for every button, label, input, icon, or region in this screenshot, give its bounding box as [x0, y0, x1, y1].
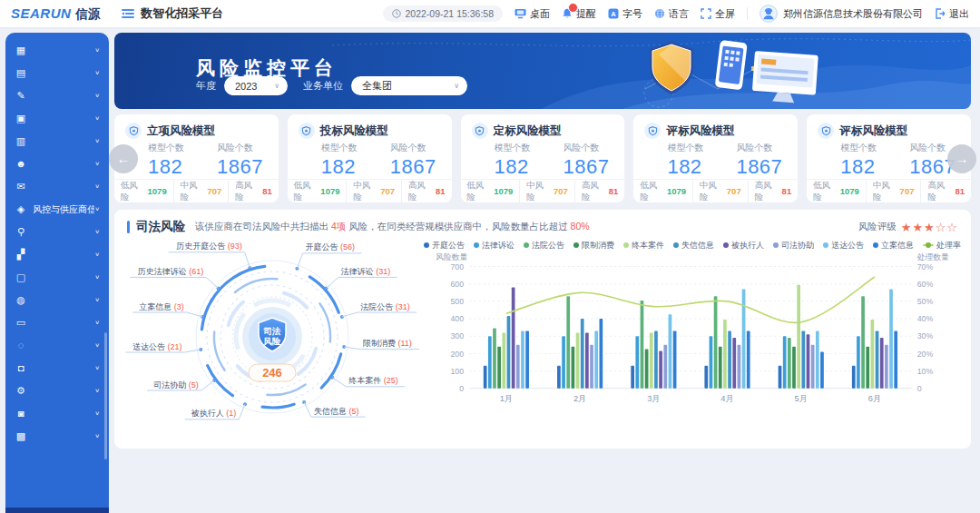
sidebar-item-archive[interactable]: ▢∨ [5, 266, 109, 289]
legend-item[interactable]: 法律诉讼 [474, 240, 514, 252]
sidebar-scrollbar[interactable] [104, 332, 107, 459]
sidebar-item-lock[interactable]: ◘∨ [5, 357, 109, 380]
model-card-icon [299, 123, 315, 139]
risk-level-low: 低风险1079 [114, 180, 173, 203]
chevron-down-icon[interactable]: ∨ [94, 161, 100, 167]
risk-level-label: 高风险 [408, 180, 433, 203]
chevron-down-icon[interactable]: ∨ [94, 433, 100, 439]
business-unit-select[interactable]: 全集团 ∨ [351, 76, 467, 95]
sidebar-item-card[interactable]: ▥∨ [5, 130, 109, 153]
chevron-down-icon[interactable]: ∨ [94, 93, 100, 99]
risk-model-card[interactable]: 投标风险模型模型个数182风险个数1867低风险1079中风险707高风险81 [288, 114, 452, 202]
legend-item[interactable]: 法院公告 [524, 240, 564, 252]
sidebar-item-grid[interactable]: ▦∨ [5, 39, 109, 62]
risk-model-card[interactable]: 评标风险模型模型个数182风险个数1867低风险1079中风险707高风险81 [633, 114, 798, 202]
judicial-risk-card: 司法风险 该供应商在司法风险中共扫描出 4项 风险，在同类经营规模供应商中，风险… [114, 210, 971, 449]
desktop-button[interactable]: 桌面 [514, 7, 550, 21]
logout-button[interactable]: 退出 [935, 7, 969, 21]
legend-label: 失信信息 [681, 240, 714, 252]
risk-model-card[interactable]: 定标风险模型模型个数182风险个数1867低风险1079中风险707高风险81 [461, 114, 625, 202]
legend-item-line[interactable]: 处理率 [923, 240, 961, 252]
legend-item[interactable]: 立案信息 [873, 240, 914, 252]
chevron-down-icon[interactable]: ∨ [94, 206, 100, 212]
risk-model-card[interactable]: 评标风险模型模型个数182风险个数1867低风险1079中风险707高风险81 [807, 114, 971, 202]
desc-highlight-count: 4项 [331, 221, 346, 232]
header-divider [747, 7, 748, 20]
legend-item[interactable]: 送达公告 [823, 240, 864, 252]
chevron-down-icon[interactable]: ∨ [94, 365, 100, 371]
model-card-footer: 低风险1079中风险707高风险81 [114, 179, 279, 202]
sidebar-item-bag[interactable]: ◙∨ [5, 402, 109, 425]
chart-legend: 开庭公告法律诉讼法院公告限制消费终本案件失信信息被执行人司法协助送达公告立案信息… [426, 239, 958, 252]
carousel-next-button[interactable]: → [947, 144, 976, 173]
sidebar-item-gear[interactable]: ⚙∨ [5, 380, 109, 402]
star-icon: ★ [901, 221, 913, 234]
chevron-down-icon[interactable]: ∨ [94, 115, 100, 122]
chevron-down-icon[interactable]: ∨ [94, 70, 100, 76]
user-menu[interactable]: 郑州信源信息技术股份有限公司 [760, 5, 923, 23]
risk-level-value: 1079 [320, 186, 339, 196]
sidebar-item-chart[interactable]: ▞∨ [5, 243, 109, 266]
company-name: 郑州信源信息技术股份有限公司 [783, 7, 923, 21]
chevron-down-icon[interactable]: ∨ [94, 183, 100, 190]
shield-icon [821, 126, 831, 136]
sidebar-item-circle[interactable]: ◌∨ [5, 334, 109, 357]
sidebar-item-package[interactable]: ◍∨ [5, 289, 109, 311]
chevron-down-icon[interactable]: ∨ [94, 47, 100, 54]
chevron-down-icon[interactable]: ∨ [94, 138, 100, 144]
sidebar-item-doc[interactable]: ✉∨ [5, 175, 109, 198]
sidebar-item-journal[interactable]: ▩∨ [5, 425, 109, 448]
chevron-down-icon[interactable]: ∨ [94, 410, 100, 417]
legend-item[interactable]: 失信信息 [673, 240, 714, 252]
collapse-menu-icon[interactable] [122, 8, 134, 19]
legend-item[interactable]: 司法协助 [773, 240, 814, 252]
sidebar-item-search[interactable]: ⚲∨ [5, 221, 109, 243]
chevron-down-icon[interactable]: ∨ [94, 229, 100, 235]
risk-model-card[interactable]: 立项风险模型模型个数182风险个数1867低风险1079中风险707高风险81 [114, 114, 279, 202]
font-size-button[interactable]: A 字号 [608, 7, 642, 21]
legend-item[interactable]: 限制消费 [573, 240, 614, 252]
legend-dot [723, 242, 729, 248]
notifications-button[interactable]: 提醒 [562, 7, 596, 21]
svg-text:700: 700 [450, 262, 464, 271]
chevron-down-icon[interactable]: ∨ [94, 297, 100, 303]
judicial-risk-radial-diagram: 司法风险246开庭公告 (56)法律诉讼 (31)法院公告 (31)限制消费 (… [127, 235, 426, 442]
brand-logo[interactable]: SEARUN 信源 [11, 5, 100, 23]
model-card-stats: 模型个数182风险个数1867 [125, 142, 268, 179]
svg-text:3月: 3月 [647, 394, 660, 403]
logo-text-cn: 信源 [75, 6, 100, 23]
chevron-down-icon[interactable]: ∨ [94, 320, 100, 326]
sidebar-item-edit[interactable]: ✎∨ [5, 84, 109, 107]
notifications-label: 提醒 [576, 7, 596, 21]
carousel-prev-button[interactable]: ← [109, 144, 138, 173]
risk-level-low: 低风险1079 [807, 180, 866, 203]
fullscreen-button[interactable]: 全屏 [701, 7, 735, 21]
model-card-header: 评标风险模型 [818, 123, 960, 139]
language-button[interactable]: 语言 [654, 7, 689, 21]
svg-text:被执行人 (1): 被执行人 (1) [191, 409, 237, 418]
legend-item[interactable]: 被执行人 [723, 240, 764, 252]
legend-line-dot [926, 242, 931, 248]
year-select[interactable]: 2023 ∨ [224, 76, 288, 95]
sidebar-item-shield[interactable]: ◈风控与供应商信用∨ [5, 198, 109, 221]
sidebar-item-monitor[interactable]: ▭∨ [5, 311, 109, 334]
chevron-down-icon[interactable]: ∨ [94, 342, 100, 349]
desc-highlight-percent: 80% [571, 221, 590, 232]
chevron-down-icon[interactable]: ∨ [94, 274, 100, 281]
clock-text: 2022-09-21 15:36:58 [406, 8, 495, 19]
chevron-down-icon[interactable]: ∨ [94, 252, 100, 258]
svg-text:历史法律诉讼 (61): 历史法律诉讼 (61) [138, 267, 204, 276]
briefcase-icon: ▣ [15, 113, 27, 123]
sidebar-item-briefcase[interactable]: ▣∨ [5, 107, 109, 130]
legend-label: 开庭公告 [432, 240, 465, 252]
chevron-down-icon[interactable]: ∨ [94, 388, 100, 394]
legend-item[interactable]: 开庭公告 [424, 240, 465, 252]
svg-text:10%: 10% [917, 367, 934, 376]
sidebar-item-user[interactable]: ☻∨ [5, 153, 109, 175]
svg-text:6月: 6月 [868, 394, 881, 403]
sidebar-item-calendar[interactable]: ▤∨ [5, 62, 109, 84]
legend-item[interactable]: 终本案件 [623, 240, 664, 252]
stat-value: 1867 [564, 155, 610, 179]
risk-level-label: 高风险 [235, 180, 260, 203]
svg-text:5月: 5月 [795, 394, 808, 403]
